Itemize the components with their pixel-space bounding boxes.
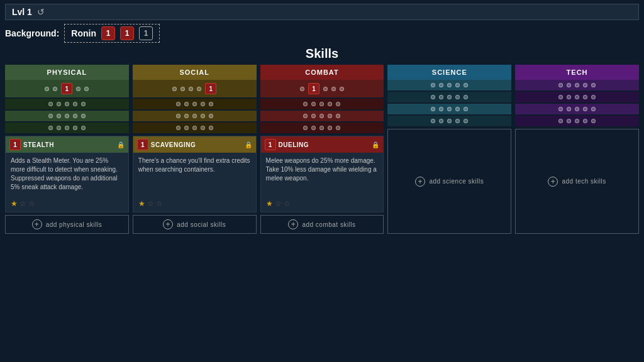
add-physical-skills-button[interactable]: + add physical skills — [5, 215, 129, 234]
dot — [201, 102, 205, 106]
tech-column: TECH — [515, 65, 639, 234]
dot — [184, 114, 189, 118]
dot — [464, 83, 468, 87]
dot — [189, 87, 193, 91]
tech-dot-row-3 — [515, 104, 639, 114]
add-social-skills-button[interactable]: + add social skills — [133, 215, 257, 234]
plus-icon: + — [415, 177, 425, 187]
dot — [336, 114, 340, 118]
dot — [431, 119, 435, 123]
social-dot-rows: 1 — [133, 80, 257, 133]
add-tech-skills-button[interactable]: + add tech skills — [515, 129, 639, 234]
dot — [319, 102, 324, 106]
dot — [567, 119, 571, 123]
scavenging-header-left: 1 SCAVENGING — [137, 139, 196, 150]
science-dot-row-1 — [387, 80, 511, 90]
dot — [464, 95, 468, 99]
physical-dot-row-3 — [5, 111, 129, 121]
dot — [192, 102, 197, 106]
star-3: ☆ — [156, 199, 163, 208]
add-combat-label: add combat skills — [302, 221, 355, 228]
refresh-icon[interactable]: ↺ — [37, 7, 45, 17]
tech-dot-row-4 — [515, 116, 639, 126]
stealth-card-header: 1 STEALTH 🔒 — [6, 136, 128, 153]
dot — [192, 126, 197, 130]
dot — [328, 114, 332, 118]
dueling-level-badge: 1 — [265, 139, 276, 150]
dot — [323, 87, 328, 91]
scavenging-stars: ★ ☆ ☆ — [133, 197, 256, 212]
stealth-description: Adds a Stealth Meter. You are 25% more d… — [6, 153, 128, 197]
background-badge-2: 1 — [120, 26, 134, 40]
plus-icon: + — [548, 177, 558, 187]
dot — [81, 126, 86, 130]
physical-dot-rows: 1 — [5, 80, 129, 133]
dot — [439, 107, 443, 111]
star-1: ★ — [11, 199, 18, 208]
dot — [583, 119, 587, 123]
dot — [319, 126, 324, 130]
dot — [439, 119, 443, 123]
social-dot-row-3 — [133, 111, 257, 121]
combat-column: COMBAT 1 — [260, 65, 384, 234]
combat-dot-row-4 — [260, 123, 384, 133]
dot — [558, 107, 563, 111]
physical-dot-row-1: 1 — [5, 80, 129, 97]
add-combat-skills-button[interactable]: + add combat skills — [260, 215, 384, 234]
physical-column: PHYSICAL 1 — [5, 65, 129, 234]
dot — [567, 95, 571, 99]
background-badge-3: 1 — [139, 26, 153, 40]
social-dot-row-4 — [133, 123, 257, 133]
physical-dot-row-2 — [5, 99, 129, 109]
add-science-label: add science skills — [429, 178, 484, 185]
physical-skill-card: 1 STEALTH 🔒 Adds a Stealth Meter. You ar… — [5, 136, 129, 212]
combat-dot-row-3 — [260, 111, 384, 121]
dot — [201, 126, 205, 130]
social-dot-row-1: 1 — [133, 80, 257, 97]
dot — [48, 114, 53, 118]
social-column: SOCIAL 1 — [133, 65, 257, 234]
science-dot-row-3 — [387, 104, 511, 114]
dot — [583, 95, 587, 99]
science-dot-rows — [387, 80, 511, 126]
dot — [201, 114, 205, 118]
dot — [455, 83, 460, 87]
add-science-skills-button[interactable]: + add science skills — [387, 129, 511, 234]
level-text: Lvl 1 — [12, 7, 32, 17]
dot — [591, 83, 596, 87]
dot — [197, 87, 201, 91]
background-box: Ronin 1 1 1 — [64, 24, 160, 43]
dot — [76, 87, 80, 91]
dot — [328, 126, 332, 130]
dot — [209, 102, 213, 106]
dot — [303, 102, 308, 106]
physical-skill-badge: 1 — [61, 83, 72, 94]
dot — [209, 126, 213, 130]
dot — [176, 126, 180, 130]
dot — [431, 107, 435, 111]
scavenging-lock-icon: 🔒 — [245, 141, 252, 148]
dot — [176, 114, 180, 118]
background-name: Ronin — [71, 28, 96, 38]
dot — [48, 102, 53, 106]
category-header-tech: TECH — [515, 65, 639, 80]
dueling-description: Melee weapons do 25% more damage. Take 1… — [261, 153, 384, 197]
dot — [331, 87, 336, 91]
dot — [184, 126, 189, 130]
dot — [439, 83, 443, 87]
dot — [447, 83, 452, 87]
dot — [45, 87, 49, 91]
dot — [336, 102, 340, 106]
social-skill-badge: 1 — [205, 83, 216, 94]
dot — [65, 102, 69, 106]
dot — [447, 107, 452, 111]
dot — [558, 119, 563, 123]
dot — [591, 107, 596, 111]
dot — [591, 95, 596, 99]
dot — [455, 95, 460, 99]
dot — [57, 114, 61, 118]
stealth-skill-name: STEALTH — [23, 141, 54, 148]
dot — [73, 114, 77, 118]
science-dot-row-2 — [387, 92, 511, 102]
tech-dot-row-2 — [515, 92, 639, 102]
